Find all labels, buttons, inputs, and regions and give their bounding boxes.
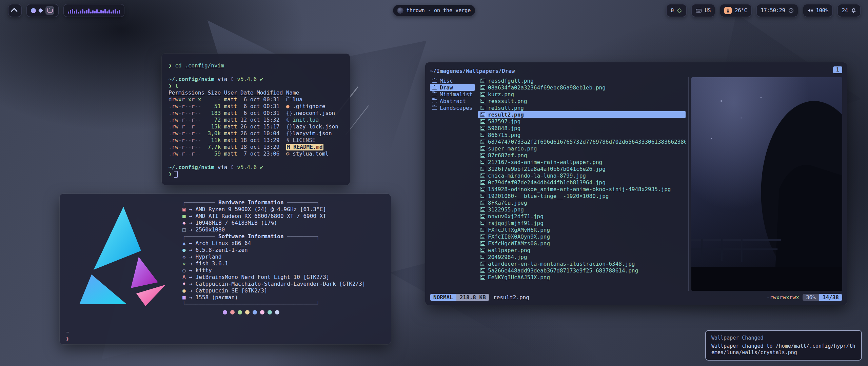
image-file-icon	[480, 106, 485, 110]
shell-icon: »	[182, 260, 189, 267]
image-file-icon	[480, 79, 485, 83]
image-file-icon	[480, 160, 485, 164]
file-item[interactable]: re1sult.png	[478, 104, 686, 111]
cpu-icon: ▣	[182, 206, 189, 213]
icon-theme-icon: ●	[182, 287, 189, 294]
image-file-icon	[480, 153, 485, 158]
theme-icon: ♦	[182, 281, 189, 287]
arrow-icon: →	[189, 267, 192, 274]
file-name: super-mario.png	[488, 145, 537, 152]
file-item[interactable]: FXfcJlTXgAMvH6R.png	[478, 226, 686, 233]
file-item[interactable]: rsjqojlmjhf91.jpg	[478, 220, 686, 226]
image-file-icon	[480, 228, 485, 232]
clock-widget[interactable]: 17:50:29	[756, 4, 798, 17]
file-item[interactable]: 596848.jpg	[478, 125, 686, 131]
file-item[interactable]: 20492984.jpg	[478, 253, 686, 260]
terminal-window[interactable]: ❯ cd .config/nvim ~/.config/nvim via ☾ v…	[162, 54, 350, 185]
active-window-widget[interactable]: thrown - on the verge	[393, 5, 475, 16]
directory-item[interactable]: Landscapes	[430, 104, 475, 111]
file-item[interactable]: FXfcII0X0AQyn9X.png	[478, 233, 686, 240]
prompt-line[interactable]: ❯	[169, 171, 343, 178]
file-manager-window[interactable]: ~/Imagenes/Wallpapers/Draw 1 MiscDrawMin…	[425, 62, 847, 305]
file-name: 217167-sad-anime-rain-wallpaper.png	[488, 159, 602, 165]
command-argument: .config/nvim	[185, 62, 224, 69]
workspace-icon-3-active[interactable]	[45, 6, 54, 15]
directory-item[interactable]: Abstract	[430, 98, 475, 104]
directory-name: Draw	[440, 84, 453, 91]
gpu-icon: ■	[182, 213, 189, 220]
thermometer-icon	[724, 7, 732, 14]
file-item[interactable]: FXfcHgcWIAMzs0G.png	[478, 240, 686, 247]
file-item[interactable]: 8FKa7Cu.jpeg	[478, 199, 686, 206]
git-icon: ●	[286, 103, 293, 110]
directory-item[interactable]: Draw	[430, 84, 475, 91]
mode-badge: NORMAL	[430, 294, 456, 301]
notification-popup[interactable]: Wallpaper Changed Wallpaper changed to /…	[705, 330, 862, 361]
file-item[interactable]: chica-mirando-la-luna-8799.jpg	[478, 172, 686, 179]
volume-widget[interactable]: 100%	[803, 4, 833, 17]
launcher-button[interactable]	[8, 4, 22, 17]
directory-item[interactable]: Misc	[430, 77, 475, 84]
image-file-icon	[480, 174, 485, 178]
audio-visualizer-widget[interactable]	[63, 4, 124, 17]
file-item[interactable]: ressdfgult.png	[478, 77, 686, 84]
gear-icon: ⚙	[286, 150, 293, 157]
file-item[interactable]: 587597.jpg	[478, 118, 686, 125]
file-item[interactable]: 08a634fa02a32364f69ebc86a98eb1eb.png	[478, 84, 686, 91]
file-name: 87r687df.png	[488, 152, 527, 159]
file-item[interactable]: nnvuv0xj2df71.jpg	[478, 213, 686, 220]
file-item[interactable]: 87r687df.png	[478, 152, 686, 159]
file-item[interactable]: 154928-odinokoe_anime-art-anime-okno-sin…	[478, 186, 686, 192]
shell-context-line: ~/.config/nvim via ☾ v5.4.6 ✔	[169, 164, 343, 171]
directory-name: Minimalist	[440, 91, 472, 98]
file-item[interactable]: 68747470733a2f2f696d616765732d7769786d70…	[478, 138, 686, 145]
arrow-icon: →	[189, 220, 192, 226]
fetch-terminal-window[interactable]: ┌───────── Hardware Information ────────…	[60, 194, 391, 344]
file-item[interactable]: result2.png	[478, 111, 686, 118]
image-file-icon	[480, 262, 485, 266]
file-item[interactable]: kurz.png	[478, 91, 686, 98]
file-name: 68747470733a2f2f696d616765732d7769786d70…	[488, 139, 686, 145]
file-item[interactable]: 3122955.png	[478, 206, 686, 213]
image-file-icon	[480, 255, 485, 259]
file-item[interactable]: 217167-sad-anime-rain-wallpaper.png	[478, 159, 686, 165]
file-item[interactable]: resssult.png	[478, 98, 686, 104]
file-item[interactable]: super-mario.png	[478, 145, 686, 152]
check-icon: ✔	[260, 164, 263, 171]
file-name: FXfcJlTXgAMvH6R.png	[488, 227, 550, 233]
folder-icon	[47, 9, 53, 13]
tab-badge[interactable]: 1	[833, 66, 842, 73]
file-name: rsjqojlmjhf91.jpg	[488, 220, 544, 226]
prompt-line[interactable]: ~ ❯	[66, 329, 69, 342]
file-name: 3126f7e9bbf21a8a4af0b67b041c6e26.jpg	[488, 166, 606, 172]
check-icon: ✔	[260, 76, 263, 83]
workspace-icon-2[interactable]	[38, 8, 43, 13]
notifications-widget[interactable]: 24	[837, 4, 861, 17]
directory-name: Landscapes	[440, 105, 472, 111]
file-item[interactable]: EeNKYgIUcAAJ5JX.png	[478, 274, 686, 281]
prompt-symbol: ❯	[66, 336, 69, 342]
file-item[interactable]: 19201080-__blue-tinge__-1920×1080.jpg	[478, 192, 686, 199]
speaker-icon	[807, 8, 813, 13]
workspace-icon-1[interactable]	[31, 8, 36, 13]
updates-widget[interactable]: 0	[666, 4, 687, 17]
file-item[interactable]: 5a266e448add93deab367d87173e9f25-6837886…	[478, 267, 686, 274]
packages-icon: ■	[182, 294, 189, 301]
file-item[interactable]: 0c794faf07de24a4db4d4fb1eb813964.jpg	[478, 179, 686, 186]
file-item[interactable]: atardecer-en-la-montanas-ilustracion-634…	[478, 260, 686, 267]
listing-row: .rw-r--r--72matt12 oct 15:32☾init.lua	[169, 117, 343, 123]
file-item[interactable]: wallpaper.png	[478, 247, 686, 253]
temperature-widget[interactable]: 26°C	[720, 4, 751, 17]
file-item[interactable]: 3126f7e9bbf21a8a4af0b67b041c6e26.jpg	[478, 165, 686, 172]
os-icon: ▲	[182, 240, 189, 247]
directory-item[interactable]: Minimalist	[430, 91, 475, 98]
visualizer-bars	[68, 7, 120, 14]
palette-dot	[268, 310, 272, 314]
cursor-position-badge: 14/38	[819, 294, 842, 301]
kernel-icon: ●	[182, 247, 189, 253]
listing-row: .rw-r--r--15kmatt26 oct 15:17{}lazy-lock…	[169, 123, 343, 130]
keyboard-layout-widget[interactable]: US	[691, 4, 715, 17]
file-item[interactable]: 866715.png	[478, 131, 686, 138]
image-file-icon	[480, 201, 485, 205]
image-file-icon	[480, 140, 485, 144]
